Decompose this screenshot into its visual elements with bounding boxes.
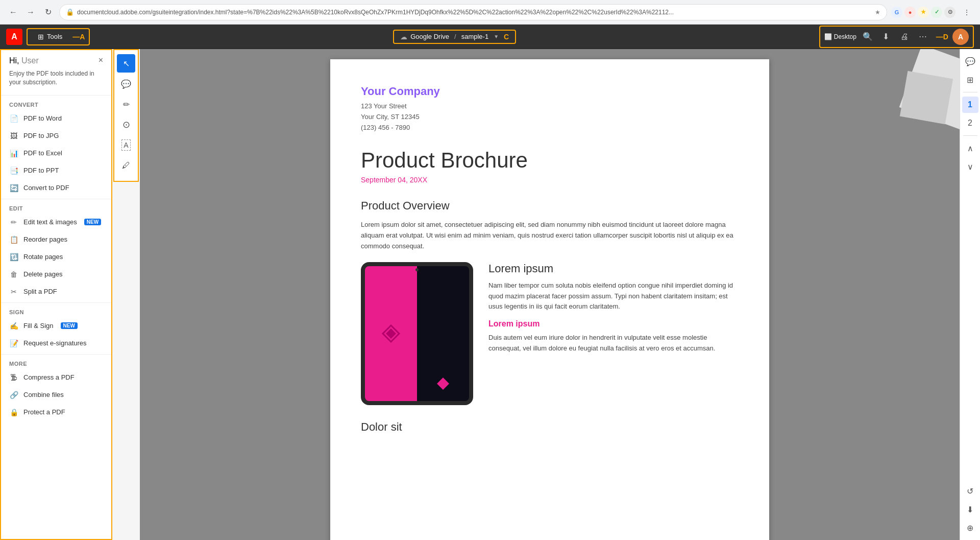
cloud-drive-icon: ☁ <box>400 33 407 41</box>
browser-chrome: ← → ↻ 🔒 documentcloud.adobe.com/gsuitein… <box>0 0 980 25</box>
draw-tool-button[interactable]: ✏ <box>117 95 135 113</box>
menu-item-protect[interactable]: 🔒 Protect a PDF <box>1 404 111 421</box>
pdf-page: Your Company 123 Your Street Your City, … <box>330 59 769 540</box>
download-page-button[interactable]: ⬇ <box>962 501 978 518</box>
file-dropdown-arrow[interactable]: ▼ <box>494 34 499 39</box>
menu-item-request-esig[interactable]: 📝 Request e-signatures <box>1 335 111 352</box>
phone-image <box>361 262 473 405</box>
right-divider-1 <box>963 92 977 92</box>
pdf-to-ppt-label: PDF to PPT <box>23 167 59 174</box>
link-tool-button[interactable]: ⊙ <box>117 115 135 134</box>
more-section-label: MORE <box>1 357 111 369</box>
panel-close-button[interactable]: × <box>99 56 103 64</box>
menu-item-split-pdf[interactable]: ✂ Split a PDF <box>1 283 111 300</box>
back-button[interactable]: ← <box>6 5 20 19</box>
url-text: documentcloud.adobe.com/gsuiteintegratio… <box>77 9 674 16</box>
forward-button[interactable]: → <box>23 5 38 19</box>
zoom-fit-button[interactable]: ⊕ <box>962 520 978 536</box>
ext-3: ★ <box>918 7 929 18</box>
tools-button[interactable]: ⊞ Tools <box>32 31 68 43</box>
page-1-indicator[interactable]: 1 <box>962 97 978 113</box>
page-2-indicator[interactable]: 2 <box>962 115 978 131</box>
panel-header: Hi, User × <box>1 50 111 69</box>
menu-item-delete-pages[interactable]: 🗑 Delete pages <box>1 266 111 283</box>
scroll-down-button[interactable]: ∨ <box>962 158 978 175</box>
two-col-section: Lorem ipsum Nam liber tempor cum soluta … <box>361 262 739 405</box>
drive-label: Google Drive <box>410 33 449 40</box>
menu-item-convert-to-pdf[interactable]: 🔄 Convert to PDF <box>1 179 111 197</box>
comment-icon: 💬 <box>121 79 131 89</box>
desktop-button[interactable]: ⬜ Desktop <box>824 33 856 40</box>
main-body: Hi, User × Enjoy the PDF tools included … <box>0 49 980 540</box>
page-2-number: 2 <box>968 119 972 128</box>
menu-item-edit-text[interactable]: ✏ Edit text & images NEW <box>1 214 111 231</box>
edit-text-new-badge: NEW <box>84 219 101 225</box>
address-bar[interactable]: 🔒 documentcloud.adobe.com/gsuiteintegrat… <box>59 4 887 20</box>
browser-actions: G ● ★ ✓ ⊙ ⋮ <box>891 5 974 19</box>
draw-icon: ✏ <box>123 100 130 109</box>
grid-panel-button[interactable]: ⊞ <box>962 72 978 88</box>
menu-item-reorder[interactable]: 📋 Reorder pages <box>1 231 111 248</box>
annotation-c: C <box>504 33 509 41</box>
menu-item-fill-sign[interactable]: ✍ Fill & Sign NEW <box>1 317 111 335</box>
company-name: Your Company <box>361 85 739 98</box>
print-button[interactable]: 🖨 <box>897 30 912 44</box>
user-avatar[interactable]: A <box>952 29 969 45</box>
comment-panel-button[interactable]: 💬 <box>962 53 978 69</box>
ext-4: ✓ <box>931 7 942 18</box>
pdf-to-word-icon: 📄 <box>9 114 18 123</box>
browser-nav-buttons: ← → ↻ <box>6 5 55 19</box>
grid-panel-icon: ⊞ <box>967 75 973 85</box>
scroll-up-button[interactable]: ∧ <box>962 140 978 156</box>
select-tool-button[interactable]: ↖ <box>117 54 135 73</box>
stamp-icon: 🖊 <box>122 161 130 170</box>
phone-dark-half <box>417 266 469 401</box>
right-divider-2 <box>963 135 977 136</box>
delete-pages-icon: 🗑 <box>9 270 18 279</box>
address-line2: Your City, ST 12345 <box>361 113 420 121</box>
convert-to-pdf-label: Convert to PDF <box>23 184 69 192</box>
menu-item-pdf-to-word[interactable]: 📄 PDF to Word <box>1 110 111 127</box>
pdf-to-jpg-icon: 🖼 <box>9 131 18 140</box>
greeting-name: User <box>21 56 39 65</box>
search-button[interactable]: 🔍 <box>861 30 875 44</box>
refresh-button[interactable]: ↻ <box>41 5 55 19</box>
menu-item-rotate[interactable]: 🔃 Rotate pages <box>1 248 111 266</box>
menu-item-pdf-to-jpg[interactable]: 🖼 PDF to JPG <box>1 127 111 145</box>
stamp-tool-button[interactable]: 🖊 <box>117 156 135 175</box>
desktop-label: Desktop <box>834 33 856 40</box>
pdf-to-ppt-icon: 📑 <box>9 166 18 175</box>
menu-item-pdf-to-excel[interactable]: 📊 PDF to Excel <box>1 145 111 162</box>
address-line3: (123) 456 - 7890 <box>361 124 410 131</box>
more-button[interactable]: ⋯ <box>916 30 930 44</box>
app-container: A ⊞ Tools —A ☁ Google Drive / sample-1 ▼… <box>0 25 980 540</box>
convert-to-pdf-icon: 🔄 <box>9 183 18 193</box>
menu-item-combine[interactable]: 🔗 Combine files <box>1 386 111 404</box>
rotate-page-button[interactable]: ↺ <box>962 483 978 499</box>
section1-body: Lorem ipsum dolor sit amet, consectetuer… <box>361 220 739 251</box>
lorem-title: Lorem ipsum <box>488 262 739 275</box>
dolor-title: Dolor sit <box>361 420 739 434</box>
fill-sign-new-badge: NEW <box>61 322 78 329</box>
text-tool-button[interactable]: A <box>117 136 135 154</box>
comment-panel-icon: 💬 <box>965 57 975 66</box>
download-button[interactable]: ⬇ <box>879 30 893 44</box>
toolbar-panel: ↖ 💬 ✏ ⊙ A 🖊 <box>113 49 139 182</box>
tools-grid-icon: ⊞ <box>38 33 44 41</box>
settings-icon-btn[interactable]: ⋮ <box>960 5 974 19</box>
divider-2 <box>1 199 111 199</box>
delete-pages-label: Delete pages <box>23 270 63 278</box>
address-line1: 123 Your Street <box>361 102 407 110</box>
path-separator: / <box>454 33 456 40</box>
page-1-number: 1 <box>968 100 972 109</box>
split-pdf-label: Split a PDF <box>23 288 57 295</box>
pdf-to-excel-label: PDF to Excel <box>23 149 62 157</box>
comment-tool-button[interactable]: 💬 <box>117 75 135 93</box>
menu-item-compress[interactable]: 🗜 Compress a PDF <box>1 369 111 386</box>
desktop-icon: ⬜ <box>824 33 832 40</box>
menu-item-pdf-to-ppt[interactable]: 📑 PDF to PPT <box>1 162 111 179</box>
phone-notch <box>415 268 419 271</box>
svg-marker-2 <box>437 378 449 390</box>
edit-section-label: EDIT <box>1 201 111 214</box>
lorem-body1: Nam liber tempor cum soluta nobis eleife… <box>488 280 739 312</box>
